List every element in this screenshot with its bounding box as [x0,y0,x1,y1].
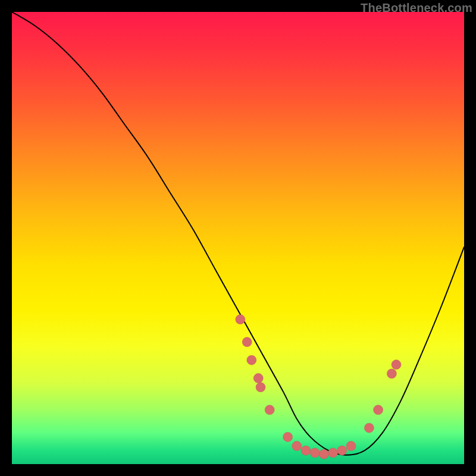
data-point [301,446,311,455]
data-points [236,315,401,459]
chart-stage: TheBottleneck.com [0,0,476,476]
data-point [387,369,396,378]
data-point [253,374,263,383]
plot-area [12,12,464,464]
bottleneck-curve [12,12,464,455]
data-point [292,441,302,451]
data-point [374,405,383,415]
data-point [328,448,338,458]
data-point [283,432,293,441]
data-point [364,423,374,433]
data-point [346,441,356,451]
data-point [242,337,252,347]
data-point [256,383,265,392]
data-point [319,449,328,459]
data-point [236,315,245,324]
data-point [247,355,256,365]
watermark-text: TheBottleneck.com [361,1,472,15]
data-point [337,446,347,455]
data-point [392,360,401,369]
data-point [265,405,274,415]
data-point [310,448,320,458]
chart-svg [12,12,464,464]
